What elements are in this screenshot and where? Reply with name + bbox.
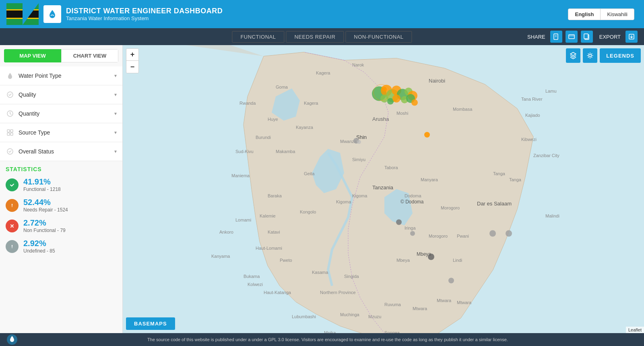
svg-point-103 (357, 140, 361, 144)
header: DISTRICT WATER ENGINEER DASHBOARD Tanzan… (0, 0, 644, 28)
tab-needs-repair[interactable]: NEEDS REPAIR (286, 31, 344, 43)
svg-text:Tanga: Tanga (493, 171, 506, 176)
svg-text:Morogoro: Morogoro (441, 205, 460, 210)
share-copy-button[interactable] (581, 31, 593, 43)
svg-text:Rwanda: Rwanda (239, 101, 256, 106)
functional-icon (6, 178, 19, 191)
svg-text:Pweto: Pweto (280, 258, 292, 263)
chart-view-button[interactable]: CHART VIEW (61, 49, 118, 62)
svg-text:Lubumbashi: Lubumbashi (292, 314, 316, 319)
source-type-icon (6, 128, 14, 137)
filter-quantity[interactable]: Quantity ▾ (0, 104, 122, 123)
svg-rect-3 (569, 35, 574, 39)
filter-quality[interactable]: Quality ▾ (0, 85, 122, 104)
zoom-controls: + − (126, 48, 139, 73)
svg-text:Sud-Kivu: Sud-Kivu (235, 149, 254, 154)
svg-text:Dodoma: Dodoma (405, 193, 421, 198)
chevron-down-icon: ▾ (114, 92, 117, 97)
undefined-desc: Undefined - 85 (23, 248, 55, 254)
svg-text:Kolwezi: Kolwezi (248, 282, 263, 287)
svg-text:Geita: Geita (304, 171, 315, 176)
zoom-out-button[interactable]: − (126, 61, 138, 73)
svg-text:Kibwezi: Kibwezi (521, 137, 537, 142)
share-label: SHARE (527, 34, 545, 40)
svg-text:Muchinga: Muchinga (340, 312, 360, 317)
svg-text:Lomami: Lomami (235, 218, 251, 222)
stat-functional: 41.91% Functional - 1218 (6, 177, 117, 192)
functional-percent: 41.91% (23, 177, 61, 186)
svg-text:Mtwara: Mtwara (413, 306, 427, 311)
svg-text:Huye: Huye (268, 117, 278, 122)
svg-text:Moshi: Moshi (396, 111, 408, 116)
svg-point-109 (410, 231, 415, 236)
svg-text:Kigoma: Kigoma (336, 199, 351, 204)
svg-point-113 (589, 54, 591, 57)
svg-text:Pwani: Pwani (457, 234, 469, 238)
svg-text:Baraka: Baraka (268, 193, 282, 198)
needs-repair-icon (6, 199, 19, 212)
filter-source-type[interactable]: Source Type ▾ (0, 123, 122, 142)
non-functional-percent: 2.72% (23, 218, 66, 228)
svg-rect-5 (584, 34, 588, 39)
chevron-down-icon: ▾ (114, 73, 117, 79)
stat-needs-repair: 52.44% Needs Repair - 1524 (6, 198, 117, 213)
svg-text:Mombasa: Mombasa (453, 107, 473, 112)
svg-text:Kagera: Kagera (304, 101, 318, 106)
layer-button[interactable] (566, 48, 580, 63)
filter-quality-label: Quality (19, 91, 36, 98)
functional-desc: Functional - 1218 (23, 186, 61, 192)
kiswahili-button[interactable]: Kiswahili (601, 9, 634, 20)
map-background: Arusha Moshi Nairobi Mombasa Narok Kager… (123, 45, 644, 333)
footer-text: The source code of this website is publi… (18, 337, 638, 342)
svg-text:Arusha: Arusha (372, 116, 389, 122)
svg-point-107 (489, 230, 496, 237)
svg-text:Haut-Lomami: Haut-Lomami (256, 246, 282, 251)
footer-logo (6, 334, 18, 345)
stat-undefined: 2.92% Undefined - 85 (6, 239, 117, 254)
svg-point-101 (411, 99, 418, 106)
svg-point-105 (428, 254, 434, 260)
svg-rect-11 (7, 133, 10, 135)
map-view-button[interactable]: MAP VIEW (4, 49, 61, 62)
tab-non-functional[interactable]: NON-FUNCTIONAL (345, 31, 412, 43)
svg-text:Kanyama: Kanyama (211, 254, 230, 259)
svg-text:Narok: Narok (352, 62, 364, 67)
basemaps-button[interactable]: BASEMAPS (126, 317, 175, 330)
filter-water-point-type-label: Water Point Type (19, 73, 62, 79)
share-doc-button[interactable] (550, 31, 562, 43)
svg-text:Lindi: Lindi (453, 258, 462, 263)
language-switcher[interactable]: English Kiswahili (568, 8, 634, 20)
svg-text:Mtwara: Mtwara (437, 298, 452, 303)
quality-icon (6, 90, 14, 99)
svg-text:Katavi: Katavi (268, 230, 280, 234)
nav-right: SHARE EXPORT (527, 31, 638, 43)
navbar: FUNCTIONAL NEEDS REPAIR NON-FUNCTIONAL S… (0, 28, 644, 45)
filter-quantity-label: Quantity (19, 110, 39, 117)
svg-text:Bukama: Bukama (244, 274, 260, 279)
statistics-section: STATISTICS 41.91% Functional - 1218 52.4… (0, 161, 122, 264)
export-button[interactable] (625, 31, 638, 43)
svg-text:Northern Province: Northern Province (320, 290, 356, 295)
settings-button[interactable] (583, 48, 597, 63)
filter-water-point-type[interactable]: Water Point Type ▾ (0, 66, 122, 85)
svg-text:Haut-Katanga: Haut-Katanga (264, 290, 291, 295)
svg-text:Ankoro: Ankoro (219, 230, 233, 234)
zoom-in-button[interactable]: + (126, 49, 138, 61)
svg-point-14 (9, 182, 15, 188)
svg-text:Ruvuma: Ruvuma (384, 302, 401, 307)
tanzania-flag (6, 3, 39, 25)
svg-point-110 (382, 87, 387, 92)
legends-button[interactable]: LEGENDS (600, 48, 641, 63)
english-button[interactable]: English (568, 9, 600, 20)
filter-overall-status[interactable]: Overall Status ▾ (0, 142, 122, 161)
map-area[interactable]: Arusha Moshi Nairobi Mombasa Narok Kager… (123, 45, 644, 333)
overall-status-icon (6, 147, 14, 156)
svg-text:Kagera: Kagera (316, 70, 330, 75)
svg-text:Tanzania: Tanzania (372, 184, 394, 191)
svg-rect-10 (10, 130, 13, 132)
non-functional-icon (6, 220, 19, 232)
tab-functional[interactable]: FUNCTIONAL (232, 31, 284, 43)
svg-text:Nairobi: Nairobi (429, 78, 445, 84)
share-link-button[interactable] (566, 31, 578, 43)
svg-text:Kasama: Kasama (312, 270, 328, 275)
